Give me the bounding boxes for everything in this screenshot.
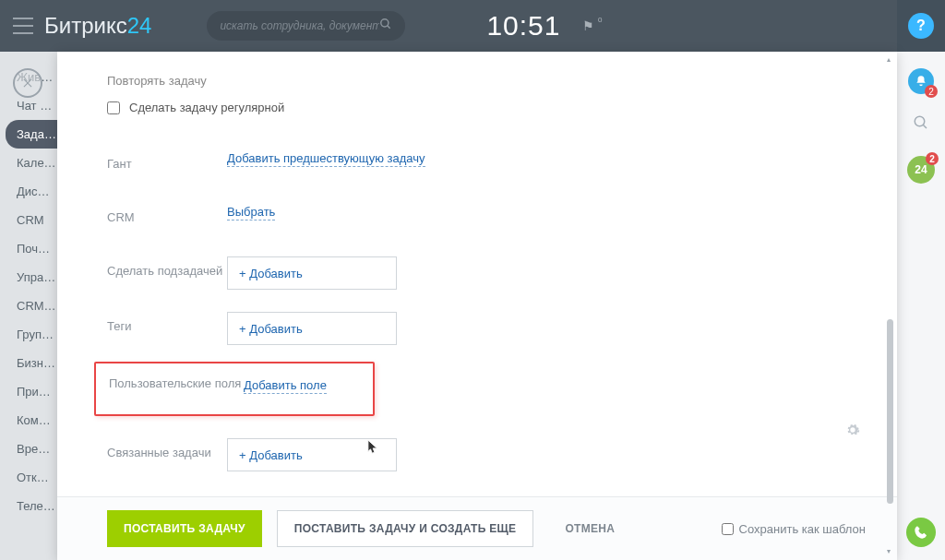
save-template-label: Сохранить как шаблон (739, 522, 866, 536)
nav-item-disk[interactable]: Дис… (0, 177, 57, 206)
regular-task-label: Сделать задачу регулярной (129, 101, 284, 114)
nav-item-open[interactable]: Отк… (0, 463, 57, 492)
scroll-down-icon[interactable]: ▾ (884, 547, 893, 556)
b24-label: 24 (915, 163, 927, 176)
brand-logo[interactable]: Битрикс24 (44, 13, 151, 39)
nav-item-company[interactable]: Ком… (0, 406, 57, 435)
userfields-highlight: Пользовательские поля Добавить поле (94, 362, 375, 416)
b24-badge: 2 (926, 152, 939, 165)
call-button[interactable] (906, 518, 936, 547)
svg-line-5 (923, 125, 927, 128)
top-bar: Битрикс24 10:51 ⚑0 ? (0, 0, 945, 52)
notifications-badge: 2 (925, 85, 938, 98)
rail-search-icon[interactable] (913, 114, 929, 136)
notifications-button[interactable]: 2 (908, 68, 934, 94)
nav-item-manage[interactable]: Упра… (0, 263, 57, 292)
scrollbar[interactable]: ▴ ▾ (884, 52, 895, 560)
nav-item-telephony[interactable]: Теле… (0, 492, 57, 520)
modal-body: Повторять задачу Сделать задачу регулярн… (57, 52, 897, 496)
gantt-add-link[interactable]: Добавить предшествующую задачу (227, 151, 425, 167)
crm-select-link[interactable]: Выбрать (227, 205, 275, 220)
subtask-label: Сделать подзадачей (107, 256, 227, 278)
repeat-section-title: Повторять задачу (107, 74, 866, 88)
left-nav: Жив… Чат … Зада… Кале… Дис… CRM Поч… Упр… (0, 52, 57, 560)
search-input[interactable] (220, 19, 379, 32)
tags-label: Теги (107, 312, 227, 333)
clock: 10:51 (486, 10, 560, 42)
nav-item-groups[interactable]: Груп… (0, 320, 57, 349)
hamburger-icon[interactable] (13, 18, 33, 34)
nav-item-apps[interactable]: При… (0, 377, 57, 406)
phone-icon (914, 525, 928, 540)
submit-and-create-button[interactable]: Поставить задачу и создать еще (277, 510, 534, 547)
brand-main: Битрикс (44, 13, 127, 38)
svg-point-4 (915, 116, 925, 126)
task-form-modal: Повторять задачу Сделать задачу регулярн… (57, 52, 897, 560)
brand-accent: 24 (127, 13, 152, 38)
help-column: ? (897, 0, 945, 52)
gantt-label: Гант (107, 149, 227, 171)
close-modal-button[interactable] (13, 68, 42, 98)
b24-network-button[interactable]: 24 2 (907, 156, 935, 184)
cancel-button[interactable]: Отмена (548, 510, 631, 547)
regular-task-checkbox[interactable] (107, 101, 120, 114)
svg-line-1 (388, 26, 390, 29)
crm-label: CRM (107, 203, 227, 224)
flag-indicator[interactable]: ⚑0 (582, 18, 594, 33)
nav-item-crm2[interactable]: CRM… (0, 292, 57, 320)
nav-item-bizproc[interactable]: Бизн… (0, 349, 57, 377)
related-tasks-label: Связанные задачи (107, 438, 227, 459)
gear-icon[interactable] (845, 423, 860, 441)
related-add-button[interactable]: + Добавить (227, 438, 397, 471)
scrollbar-thumb[interactable] (887, 319, 893, 504)
global-search[interactable] (207, 11, 405, 41)
modal-footer: Поставить задачу Поставить задачу и созд… (57, 496, 897, 560)
nav-item-time[interactable]: Вре… (0, 435, 57, 463)
nav-item-mail[interactable]: Поч… (0, 234, 57, 263)
tags-add-button[interactable]: + Добавить (227, 312, 397, 345)
nav-item-tasks[interactable]: Зада… (6, 120, 57, 149)
svg-point-0 (381, 19, 389, 27)
bell-icon (915, 75, 927, 88)
right-rail: 2 24 2 (897, 52, 945, 560)
help-button[interactable]: ? (908, 13, 934, 39)
submit-task-button[interactable]: Поставить задачу (107, 510, 262, 547)
nav-item-calendar[interactable]: Кале… (0, 149, 57, 177)
subtask-add-button[interactable]: + Добавить (227, 256, 397, 290)
userfields-label: Пользовательские поля (109, 376, 244, 390)
flag-count: 0 (598, 16, 602, 24)
userfields-add-link[interactable]: Добавить поле (244, 378, 327, 394)
search-icon[interactable] (379, 18, 392, 34)
save-template-checkbox[interactable] (722, 523, 734, 535)
nav-item-crm[interactable]: CRM (0, 206, 57, 234)
scroll-up-icon[interactable]: ▴ (884, 55, 893, 65)
